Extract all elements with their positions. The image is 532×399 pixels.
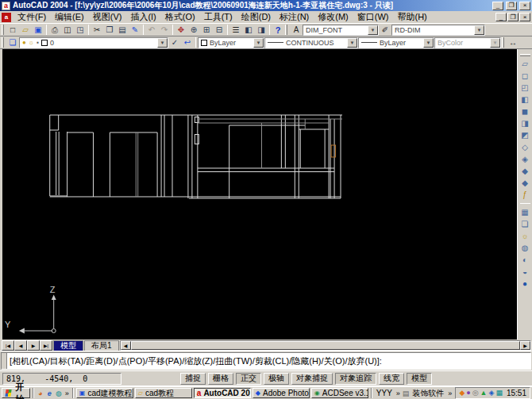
dim-style-icon[interactable]: ✐ <box>379 25 391 36</box>
tab-first-button[interactable]: |◀ <box>2 340 14 351</box>
task-button-adobe-photoshop[interactable]: ◆ Adobe Photo... <box>253 388 310 398</box>
menu-modify[interactable]: 修改(M) <box>314 10 353 24</box>
save-icon[interactable]: ▣ <box>32 25 44 36</box>
background-icon[interactable]: ◒ <box>519 266 531 278</box>
designcenter-icon[interactable]: ◧ <box>242 25 255 36</box>
lights-icon[interactable]: ☼ <box>519 230 531 242</box>
mapping-icon[interactable]: ◐ <box>519 254 531 266</box>
close-button[interactable]: × <box>519 2 530 10</box>
materials-icon[interactable]: ◍ <box>519 242 531 254</box>
orbit-diamond-icon-4[interactable]: ◆ <box>519 177 531 189</box>
orbit-diamond-icon-2[interactable]: ◈ <box>519 153 531 165</box>
tray-icon-3[interactable]: ◎ <box>472 389 479 397</box>
child-minimize-button[interactable]: _ <box>495 13 507 21</box>
tray-icon-1[interactable]: ◆ <box>459 389 465 397</box>
gouraud-shaded-edges-icon[interactable]: ◩ <box>519 129 531 141</box>
internet-explorer-icon[interactable]: e <box>46 388 54 398</box>
cut-icon[interactable]: ✂ <box>91 25 103 36</box>
menu-tools[interactable]: 工具(T) <box>200 10 237 24</box>
render-icon[interactable]: ▦ <box>519 206 531 218</box>
match-properties-icon[interactable]: ✎ <box>129 25 141 36</box>
linetype-combo[interactable]: CONTINUOUS ▼ <box>264 37 358 48</box>
copy-icon[interactable]: ❐ <box>103 25 116 36</box>
tab-last-button[interactable]: ▶| <box>40 340 52 351</box>
toggle-polar[interactable]: 极轴 <box>264 373 289 385</box>
toggle-lineweight[interactable]: 线宽 <box>379 373 404 385</box>
scroll-left-icon[interactable]: ◀ <box>121 341 131 350</box>
restore-button[interactable]: ❐ <box>506 2 517 10</box>
menu-file[interactable]: 文件(F) <box>13 10 50 24</box>
toggle-otrack[interactable]: 对象追踪 <box>335 373 376 385</box>
toggle-ortho[interactable]: 正交 <box>236 373 261 385</box>
script-icon[interactable]: ƒ <box>519 189 531 201</box>
menu-dimension[interactable]: 标注(N) <box>276 10 313 24</box>
dropdown-arrow-icon[interactable]: ▼ <box>490 38 500 48</box>
layer-combo[interactable]: ● ☼ ▪ 0 ▼ <box>19 37 168 48</box>
scroll-right-icon[interactable]: ▶ <box>520 341 530 350</box>
tab-prev-button[interactable]: ◀ <box>14 340 27 351</box>
scrollbar-thumb[interactable] <box>131 341 520 350</box>
toolbar-grip[interactable] <box>2 25 4 35</box>
3d-wireframe-icon[interactable]: ◻ <box>519 70 531 82</box>
horizontal-scrollbar[interactable]: ◀ ▶ <box>120 340 531 351</box>
quicklaunch-chevron-icon[interactable]: » <box>64 389 70 397</box>
menu-format[interactable]: 格式(O) <box>161 10 199 24</box>
language-bar-chevron-icon[interactable]: » <box>395 389 401 397</box>
dropdown-arrow-icon[interactable]: ▼ <box>368 25 378 35</box>
tray-icon-6[interactable]: ▦ <box>495 389 503 397</box>
deco-toolbar-chevron-icon[interactable]: » <box>447 389 453 397</box>
2d-wireframe-icon[interactable]: ▱ <box>519 58 531 70</box>
linear-dimension-icon[interactable]: ↔ <box>507 37 519 48</box>
zoom-window-icon[interactable]: ⊞ <box>200 25 213 36</box>
command-window-grip[interactable] <box>2 353 7 369</box>
tab-next-button[interactable]: ▶ <box>27 340 40 351</box>
properties-icon[interactable]: ☰ <box>229 25 242 36</box>
toggle-osnap[interactable]: 对象捕捉 <box>291 373 333 385</box>
plot-icon[interactable]: ⎙ <box>48 25 61 36</box>
flat-shaded-icon[interactable]: ◧ <box>519 94 531 106</box>
toolbar-grip[interactable] <box>2 37 4 48</box>
color-combo[interactable]: ByLayer ▼ <box>198 37 264 48</box>
language-bar-label[interactable]: YYY <box>375 389 394 397</box>
menu-window[interactable]: 窗口(W) <box>353 10 393 24</box>
child-restore-button[interactable]: ❐ <box>507 13 519 21</box>
dropdown-arrow-icon[interactable]: ▼ <box>157 38 168 48</box>
orbit-diamond-icon-1[interactable]: ◇ <box>519 141 531 153</box>
open-icon[interactable]: ▱ <box>19 25 32 36</box>
layer-lock-icon[interactable]: ▪ <box>37 40 39 46</box>
paste-icon[interactable]: ▤ <box>116 25 129 36</box>
hidden-line-icon[interactable]: ◰ <box>519 82 531 94</box>
dropdown-arrow-icon[interactable]: ▼ <box>253 38 264 48</box>
plotstyle-combo[interactable]: ByColor ▼ <box>434 37 501 48</box>
orbit-diamond-icon-3[interactable]: ◆ <box>519 165 531 177</box>
new-icon[interactable]: □ <box>6 25 19 36</box>
layer-previous-icon[interactable]: ↩ <box>181 37 194 48</box>
minimize-button[interactable]: _ <box>492 2 503 10</box>
task-button-autocad[interactable]: a AutoCAD 200... <box>194 388 251 398</box>
flat-shaded-edges-icon[interactable]: ◨ <box>519 117 531 129</box>
layers-icon[interactable]: ❏ <box>6 37 19 48</box>
fog-icon[interactable]: ● <box>519 278 531 290</box>
scenes-icon[interactable]: ❏ <box>519 218 531 230</box>
tray-icon-2[interactable]: ● <box>466 389 470 397</box>
layer-on-off-bulb-icon[interactable]: ● <box>22 40 26 46</box>
menu-help[interactable]: 帮助(H) <box>394 10 431 24</box>
dropdown-arrow-icon[interactable]: ▼ <box>347 38 357 48</box>
help-icon[interactable]: ? <box>272 25 284 36</box>
toolbar-grip[interactable] <box>502 37 504 48</box>
plot-preview-icon[interactable]: ◫ <box>61 25 74 36</box>
task-button-cad-tutorial-folder[interactable]: ▱ cad教程 <box>135 388 192 398</box>
tray-icon-5[interactable]: ◈ <box>489 389 495 397</box>
toggle-model-space[interactable]: 模型 <box>407 373 432 385</box>
lineweight-combo[interactable]: ByLayer ▼ <box>358 37 434 48</box>
toolbar-grip[interactable] <box>520 54 530 56</box>
command-line[interactable]: [相机(CA)/目标(TA)/距离(D)/点(PO)/平移(PA)/缩放(Z)/… <box>1 352 531 370</box>
toolbar-grip[interactable] <box>285 25 287 35</box>
dropdown-arrow-icon[interactable]: ▼ <box>474 25 484 35</box>
drawing-canvas[interactable]: Z Y <box>2 49 517 340</box>
make-object-layer-current-icon[interactable]: ✓ <box>168 37 181 48</box>
menu-draw[interactable]: 绘图(D) <box>237 10 275 24</box>
menu-edit[interactable]: 编辑(E) <box>51 10 88 24</box>
menu-view[interactable]: 视图(V) <box>89 10 126 24</box>
toggle-grid[interactable]: 栅格 <box>208 373 233 385</box>
